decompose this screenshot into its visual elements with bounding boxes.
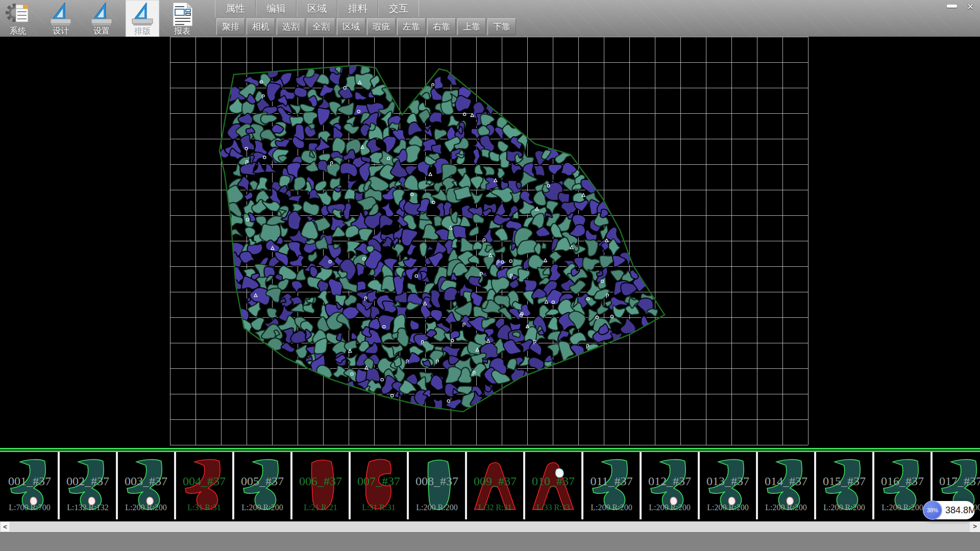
memory-badge: 38% 384.8M	[923, 501, 975, 519]
close-button[interactable]: ✕	[963, 1, 978, 13]
tab-report[interactable]: 报表	[165, 0, 199, 37]
progress-circle: 38%	[923, 500, 942, 520]
tab-label: 报表	[165, 26, 199, 37]
tab-layout[interactable]: 排版	[126, 0, 159, 37]
piece-id: 015_#37	[816, 474, 872, 488]
toolbar: 系统 设计 设置	[0, 0, 980, 37]
tab-label: 设计	[44, 26, 78, 37]
scrollbar-track[interactable]	[10, 521, 970, 532]
piece-id: 017_#37	[933, 474, 980, 488]
window-controls: ✕	[944, 1, 978, 13]
tool-cut-all[interactable]: 全割	[307, 18, 335, 35]
piece-lr-count: L:31 R:31	[351, 503, 407, 512]
piece-lr-count: L:700 R:700	[2, 503, 58, 512]
tab-label: 排版	[126, 26, 159, 37]
piece-id: 004_#37	[176, 474, 232, 488]
scroll-right-button[interactable]: >	[970, 521, 980, 532]
piece-id: 002_#37	[60, 474, 116, 488]
piece-lr-count: L:21 R:21	[292, 503, 349, 512]
thumbnail-cell[interactable]: 006_#37 L:21 R:21	[292, 452, 351, 519]
piece-lr-count: L:200 R:200	[118, 503, 174, 512]
piece-lr-count: L:33 R:33	[525, 503, 581, 512]
thumbnail-strip: 001_#37 L:700 R:700 002_#37 L:132 R:132 …	[0, 448, 980, 520]
thumbnail-cell[interactable]: 003_#37 L:200 R:200	[118, 452, 176, 519]
piece-lr-count: L:200 R:200	[409, 503, 465, 512]
piece-lr-count: L:200 R:200	[816, 503, 872, 512]
tool-defect[interactable]: 瑕疵	[367, 18, 396, 35]
piece-lr-count: L:31 R:31	[176, 503, 232, 512]
menubar: 属性 编辑 区域 排料 交互	[215, 0, 419, 17]
report-icon	[169, 2, 195, 27]
design-icon	[47, 2, 74, 27]
nesting-canvas[interactable]	[0, 37, 980, 448]
piece-lr-count: L:132 R:132	[60, 503, 116, 512]
piece-lr-count: L:200 R:200	[758, 503, 814, 512]
piece-lr-count: L:200 R:200	[583, 503, 640, 512]
tab-system[interactable]: 系统	[1, 0, 35, 37]
thumbnail-cell[interactable]: 002_#37 L:132 R:132	[60, 452, 118, 519]
piece-id: 013_#37	[700, 474, 756, 488]
thumbnail-cell[interactable]: 010_#37 L:33 R:33	[525, 452, 583, 519]
thumbnail-cell[interactable]: 015_#37 L:200 R:200	[816, 452, 874, 519]
tab-design[interactable]: 设计	[44, 0, 78, 37]
piece-id: 003_#37	[118, 474, 174, 488]
tool-align-top[interactable]: 上靠	[457, 18, 486, 35]
bottom-band	[0, 532, 980, 551]
memory-label: 384.8M	[945, 501, 976, 519]
thumbnail-cell[interactable]: 005_#37 L:200 R:200	[234, 452, 292, 519]
menu-region[interactable]: 区域	[297, 0, 337, 17]
layout-icon	[129, 2, 156, 27]
tool-select-cut[interactable]: 选割	[277, 18, 305, 35]
piece-id: 016_#37	[874, 474, 930, 488]
menu-properties[interactable]: 属性	[215, 0, 256, 17]
tab-label: 系统	[1, 26, 35, 37]
piece-id: 007_#37	[351, 474, 407, 488]
strip-border	[0, 448, 980, 452]
tool-camera[interactable]: 相机	[247, 18, 275, 35]
piece-id: 009_#37	[467, 474, 523, 488]
tab-settings[interactable]: 设置	[85, 0, 118, 37]
menu-edit[interactable]: 编辑	[256, 0, 297, 17]
thumbnail-cell[interactable]: 007_#37 L:31 R:31	[351, 452, 409, 519]
piece-lr-count: L:200 R:200	[874, 503, 930, 512]
piece-id: 010_#37	[525, 474, 581, 488]
thumbnail-cell[interactable]: 009_#37 L:32 R:31	[467, 452, 525, 519]
tool-align-bottom[interactable]: 下靠	[487, 18, 516, 35]
piece-lr-count: L:200 R:200	[700, 503, 756, 512]
thumbnail-cell[interactable]: 004_#37 L:31 R:31	[176, 452, 234, 519]
tool-align-left[interactable]: 左靠	[397, 18, 426, 35]
tool-align-right[interactable]: 右靠	[427, 18, 456, 35]
thumbnail-cell[interactable]: 013_#37 L:200 R:200	[700, 452, 758, 519]
piece-id: 006_#37	[292, 474, 349, 488]
piece-lr-count: L:32 R:31	[467, 503, 523, 512]
tab-label: 设置	[85, 26, 118, 37]
piece-id: 012_#37	[642, 474, 698, 488]
piece-id: 005_#37	[234, 474, 290, 488]
piece-id: 011_#37	[583, 474, 640, 488]
thumbnail-cells: 001_#37 L:700 R:700 002_#37 L:132 R:132 …	[0, 452, 980, 520]
tool-row: 聚排 相机 选割 全割 区域 瑕疵 左靠 右靠 上靠 下靠	[216, 18, 516, 35]
thumbnail-cell[interactable]: 008_#37 L:200 R:200	[409, 452, 467, 519]
piece-id: 008_#37	[409, 474, 465, 488]
piece-lr-count: L:200 R:200	[642, 503, 698, 512]
horizontal-scrollbar[interactable]: < >	[0, 521, 980, 532]
thumbnail-cell[interactable]: 012_#37 L:200 R:200	[642, 452, 700, 519]
piece-lr-count: L:200 R:200	[234, 503, 290, 512]
menu-nesting[interactable]: 排料	[337, 0, 378, 17]
menu-interaction[interactable]: 交互	[378, 0, 419, 17]
scroll-left-button[interactable]: <	[0, 521, 10, 532]
tool-cluster-nest[interactable]: 聚排	[216, 18, 245, 35]
thumbnail-cell[interactable]: 014_#37 L:200 R:200	[758, 452, 816, 519]
thumbnail-cell[interactable]: 001_#37 L:700 R:700	[2, 452, 60, 519]
piece-id: 001_#37	[2, 474, 58, 488]
piece-id: 014_#37	[758, 474, 814, 488]
thumbnail-cell[interactable]: 011_#37 L:200 R:200	[583, 452, 642, 519]
minimize-button[interactable]	[944, 1, 960, 13]
settings-icon	[88, 2, 115, 27]
system-icon	[5, 2, 31, 27]
app-window: 系统 设计 设置	[0, 0, 980, 551]
tool-region[interactable]: 区域	[337, 18, 365, 35]
minimize-icon	[947, 5, 957, 8]
